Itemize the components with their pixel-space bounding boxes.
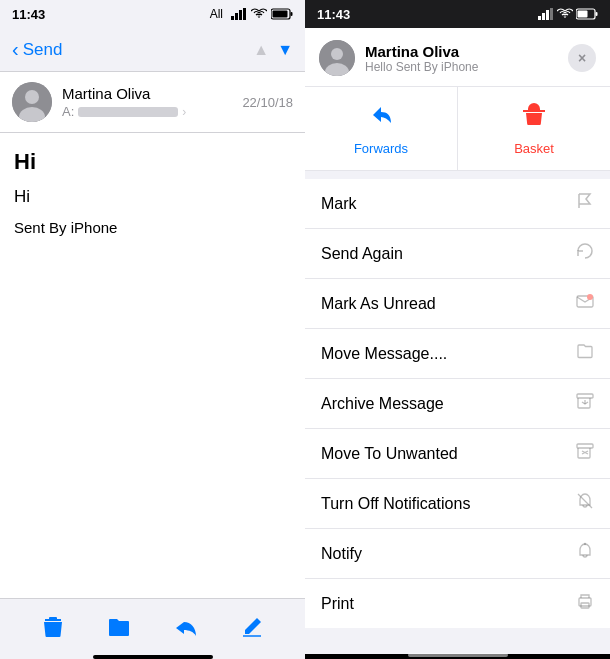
signal-icon — [231, 8, 247, 20]
nav-back[interactable]: ‹ Send — [12, 38, 62, 61]
action-turn-off-notifications[interactable]: Turn Off Notifications — [305, 479, 610, 529]
forward-label: Forwards — [354, 141, 408, 156]
unwanted-icon — [576, 442, 594, 465]
time-left: 11:43 — [12, 7, 45, 22]
forward-action[interactable]: Forwards — [305, 87, 458, 170]
svg-rect-5 — [291, 12, 293, 16]
home-bar-right — [408, 653, 508, 657]
email-meta: Martina Oliva A: › — [62, 85, 232, 119]
svg-rect-1 — [235, 13, 238, 20]
nav-title[interactable]: Send — [23, 40, 63, 60]
wifi-icon-right — [557, 8, 573, 20]
action-move-message[interactable]: Move Message.... — [305, 329, 610, 379]
compose-button[interactable] — [230, 605, 274, 649]
action-move-unwanted-label: Move To Unwanted — [321, 445, 576, 463]
reply-icon — [174, 616, 198, 638]
status-bar-left: 11:43 All — [0, 0, 305, 28]
svg-point-8 — [25, 90, 39, 104]
reply-button[interactable] — [164, 605, 208, 649]
folder-icon — [107, 617, 131, 637]
status-icons-right — [538, 8, 598, 20]
signal-icon-right — [538, 8, 554, 20]
svg-rect-3 — [243, 8, 246, 20]
close-button[interactable]: × — [568, 44, 596, 72]
forward-icon — [367, 101, 395, 135]
action-sheet: Martina Oliva Hello Sent By iPhone × For… — [305, 28, 610, 654]
compose-icon — [241, 616, 263, 638]
email-body: Hi Hi Sent By iPhone — [0, 133, 305, 598]
notifications-off-icon — [576, 492, 594, 515]
action-archive-label: Archive Message — [321, 395, 576, 413]
to-label: A: — [62, 104, 74, 119]
action-archive[interactable]: Archive Message — [305, 379, 610, 429]
svg-point-21 — [587, 294, 593, 300]
action-notify-label: Notify — [321, 545, 576, 563]
unread-icon — [576, 292, 594, 315]
svg-point-18 — [331, 48, 343, 60]
battery-icon-right — [576, 8, 598, 20]
action-notify[interactable]: Notify — [305, 529, 610, 579]
nav-bar: ‹ Send ▲ ▼ — [0, 28, 305, 72]
email-content: Hi — [14, 187, 291, 207]
print-icon — [576, 592, 594, 615]
right-panel: 11:43 — [305, 0, 610, 659]
action-sheet-sender-name: Martina Oliva — [365, 43, 558, 60]
archive-icon — [576, 392, 594, 415]
status-bar-right: 11:43 — [305, 0, 610, 28]
to-chevron-icon: › — [182, 105, 186, 119]
svg-rect-11 — [542, 13, 545, 20]
svg-rect-2 — [239, 10, 242, 20]
action-notifications-label: Turn Off Notifications — [321, 495, 576, 513]
to-email-blur — [78, 107, 178, 117]
action-sheet-subtitle: Hello Sent By iPhone — [365, 60, 558, 74]
basket-label: Basket — [514, 141, 554, 156]
down-arrow-icon[interactable]: ▼ — [277, 41, 293, 59]
email-subject: Hi — [14, 149, 291, 175]
home-indicator-left — [0, 654, 305, 659]
flag-icon — [576, 192, 594, 215]
svg-point-24 — [584, 543, 586, 545]
action-sheet-header: Martina Oliva Hello Sent By iPhone × — [305, 28, 610, 87]
svg-rect-6 — [273, 11, 288, 18]
action-move-unwanted[interactable]: Move To Unwanted — [305, 429, 610, 479]
left-panel: 11:43 All — [0, 0, 305, 659]
folder-button[interactable] — [97, 605, 141, 649]
all-label: All — [210, 7, 223, 21]
action-list: Mark Send Again Mark As Unread — [305, 179, 610, 628]
home-indicator-right — [305, 654, 610, 659]
action-print-label: Print — [321, 595, 576, 613]
bottom-toolbar — [0, 598, 305, 654]
action-print[interactable]: Print — [305, 579, 610, 628]
time-right: 11:43 — [317, 7, 350, 22]
action-mark-label: Mark — [321, 195, 576, 213]
svg-rect-0 — [231, 16, 234, 20]
svg-rect-16 — [578, 11, 588, 18]
action-move-message-label: Move Message.... — [321, 345, 576, 363]
status-icons-left: All — [210, 7, 293, 21]
move-folder-icon — [576, 342, 594, 365]
svg-rect-22 — [577, 394, 593, 398]
email-header: Martina Oliva A: › 22/10/18 — [0, 72, 305, 133]
action-mark[interactable]: Mark — [305, 179, 610, 229]
sender-name: Martina Oliva — [62, 85, 232, 102]
action-mark-unread-label: Mark As Unread — [321, 295, 576, 313]
send-again-icon — [576, 242, 594, 265]
email-date: 22/10/18 — [242, 95, 293, 110]
delete-button[interactable] — [31, 605, 75, 649]
email-to-row: A: › — [62, 104, 232, 119]
action-send-again[interactable]: Send Again — [305, 229, 610, 279]
wifi-icon — [251, 8, 267, 20]
back-chevron-icon: ‹ — [12, 38, 19, 61]
svg-rect-12 — [546, 10, 549, 20]
battery-icon — [271, 8, 293, 20]
email-signature: Sent By iPhone — [14, 219, 291, 236]
action-mark-unread[interactable]: Mark As Unread — [305, 279, 610, 329]
notify-icon — [576, 542, 594, 565]
action-icons-row: Forwards Basket — [305, 87, 610, 171]
basket-action[interactable]: Basket — [458, 87, 610, 170]
svg-rect-23 — [577, 444, 593, 448]
up-arrow-icon[interactable]: ▲ — [253, 41, 269, 59]
action-sheet-avatar — [319, 40, 355, 76]
sender-avatar — [12, 82, 52, 122]
svg-rect-10 — [538, 16, 541, 20]
